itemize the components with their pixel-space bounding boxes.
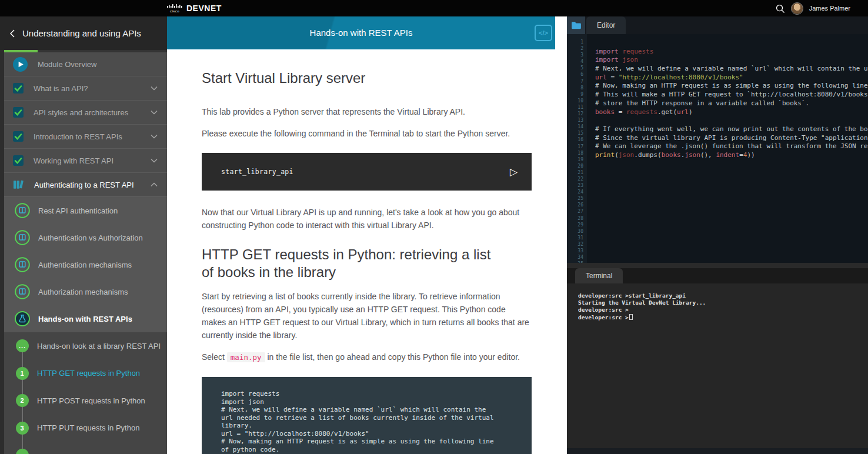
python-code-sample: import requests import json # Next, we w… bbox=[202, 377, 532, 454]
dev-panel: Editor 123456789101112131415161718192021… bbox=[567, 16, 868, 454]
command-block: start_library_api ▷ bbox=[202, 153, 532, 191]
paragraph: Start by retrieving a list of books curr… bbox=[202, 290, 532, 342]
line-number: 27 bbox=[567, 208, 583, 215]
command-text: start_library_api bbox=[221, 168, 293, 176]
sidebar-module-item[interactable]: Authenticating to a REST API bbox=[0, 172, 167, 196]
step-badge bbox=[16, 449, 29, 454]
line-number: 26 bbox=[567, 202, 583, 208]
module-list: Module OverviewWhat is an API?API styles… bbox=[0, 52, 167, 196]
cisco-logo-text: cisco bbox=[170, 9, 179, 13]
tab-terminal[interactable]: Terminal bbox=[575, 268, 623, 283]
sidebar-step-item[interactable]: 3HTTP PUT requests in Python bbox=[0, 415, 167, 442]
line-number: 12 bbox=[567, 111, 583, 117]
back-icon[interactable] bbox=[10, 29, 15, 38]
run-command-icon[interactable]: ▷ bbox=[510, 167, 518, 177]
lab-body: Start Virtual Library server This lab pr… bbox=[167, 70, 543, 454]
tab-editor[interactable]: Editor bbox=[586, 16, 626, 34]
lesson-book-icon bbox=[15, 230, 30, 245]
play-circle-icon bbox=[13, 57, 28, 72]
terminal[interactable]: developer:src >start_library_apiStarting… bbox=[567, 283, 868, 448]
sidebar-step-item[interactable]: 2HTTP POST requests in Python bbox=[0, 387, 167, 415]
line-number: 21 bbox=[567, 169, 583, 176]
sidebar-module-item[interactable]: Module Overview bbox=[0, 52, 167, 76]
line-number: 18 bbox=[567, 150, 583, 156]
sidebar-lesson-item[interactable]: Authentication mechanisms bbox=[0, 251, 167, 278]
module-label: API styles and architectures bbox=[34, 108, 128, 117]
devnet-logo[interactable]: cisco DEVNET bbox=[167, 0, 222, 16]
page-title: Start Virtual Library server bbox=[202, 70, 532, 86]
devnet-logo-text: DEVNET bbox=[186, 4, 222, 13]
line-number: 14 bbox=[567, 123, 583, 130]
lesson-label: Authentication vs Authorization bbox=[38, 233, 143, 242]
line-number: 23 bbox=[567, 182, 583, 189]
terminal-cursor bbox=[629, 314, 633, 320]
inline-code-main-py: main.py bbox=[227, 352, 265, 362]
sidebar-step-item[interactable]: ...Hands-on look at a library REST API bbox=[0, 332, 167, 360]
lesson-label: Authentication mechanisms bbox=[38, 261, 132, 269]
line-number: 3 bbox=[567, 52, 583, 58]
lesson-book-icon bbox=[15, 284, 30, 299]
line-number: 8 bbox=[567, 85, 583, 91]
step-label: HTTP POST requests in Python bbox=[37, 396, 145, 405]
sidebar-module-item[interactable]: Introduction to REST APIs bbox=[0, 124, 167, 148]
code-line: # Since the virtual library API is produ… bbox=[595, 134, 868, 143]
paragraph: Now that our Virtual Library API is up a… bbox=[202, 206, 532, 232]
course-header[interactable]: Understanding and using APIs bbox=[0, 16, 167, 50]
content-scrollbar-gutter bbox=[555, 16, 567, 454]
module-label: Introduction to REST APIs bbox=[34, 132, 122, 141]
line-number: 30 bbox=[567, 228, 583, 235]
sidebar-module-item[interactable]: Working with REST API bbox=[0, 148, 167, 172]
chevron-down-icon[interactable] bbox=[151, 159, 158, 163]
line-number: 24 bbox=[567, 189, 583, 195]
user-name[interactable]: James Palmer bbox=[809, 5, 850, 12]
sidebar-lesson-item[interactable]: Authentication vs Authorization bbox=[0, 224, 167, 251]
course-title: Understanding and using APIs bbox=[22, 28, 141, 38]
sidebar-step-item[interactable] bbox=[0, 442, 167, 454]
line-number: 22 bbox=[567, 176, 583, 182]
step-label: HTTP PUT requests in Python bbox=[37, 423, 139, 432]
code-line: # If everything went well, we can now pr… bbox=[595, 125, 868, 134]
cisco-logo-icon: cisco bbox=[167, 4, 182, 13]
code-line bbox=[595, 39, 868, 48]
line-number: 15 bbox=[567, 130, 583, 136]
chevron-down-icon[interactable] bbox=[151, 135, 158, 139]
code-line: # Next, we will define a variable named … bbox=[595, 65, 868, 74]
terminal-tab-bar: Terminal bbox=[567, 268, 868, 283]
module-label: Working with REST API bbox=[34, 156, 113, 165]
file-browser-button[interactable] bbox=[567, 16, 585, 34]
sidebar-module-item[interactable]: What is an API? bbox=[0, 76, 167, 100]
module-label: Authenticating to a REST API bbox=[34, 181, 134, 189]
line-number: 34 bbox=[567, 254, 583, 261]
terminal-line: developer:src > bbox=[578, 314, 868, 321]
folder-icon bbox=[571, 21, 582, 29]
sidebar-lesson-item[interactable]: Rest API authentication bbox=[0, 197, 167, 224]
module-label: Module Overview bbox=[38, 60, 96, 69]
line-numbers: 1234567891011121314151617181920212223242… bbox=[567, 39, 583, 263]
check-icon bbox=[13, 155, 24, 166]
flask-icon bbox=[15, 311, 30, 326]
lesson-list: Rest API authenticationAuthentication vs… bbox=[0, 196, 167, 332]
code-icon: </> bbox=[539, 29, 548, 36]
chevron-up-icon[interactable] bbox=[151, 183, 158, 187]
editor-code[interactable]: import requestsimport json# Next, we wil… bbox=[595, 39, 868, 263]
step-badge: 3 bbox=[16, 422, 29, 435]
paragraph: Please execute the following command in … bbox=[202, 127, 532, 140]
check-icon bbox=[13, 131, 24, 142]
panel-divider[interactable] bbox=[567, 263, 868, 268]
code-panel-toggle-button[interactable]: </> bbox=[535, 25, 552, 41]
sidebar-module-item[interactable]: API styles and architectures bbox=[0, 100, 167, 124]
step-label: Hands-on look at a library REST API bbox=[37, 342, 161, 350]
sidebar-step-item[interactable]: 1HTTP GET requests in Python bbox=[0, 360, 167, 388]
code-editor[interactable]: 1234567891011121314151617181920212223242… bbox=[567, 34, 868, 263]
lesson-book-icon bbox=[15, 203, 30, 218]
sidebar-lesson-item[interactable]: Hands-on with REST APIs bbox=[0, 305, 167, 332]
sidebar-lesson-item[interactable]: Authorization mechanisms bbox=[0, 278, 167, 305]
lab-content-pane: Hands-on with REST APIs </> Start Virtua… bbox=[167, 16, 555, 454]
chevron-down-icon[interactable] bbox=[151, 111, 158, 115]
search-icon[interactable] bbox=[775, 4, 785, 14]
sidebar-scroll-rail[interactable] bbox=[0, 50, 4, 454]
avatar[interactable] bbox=[791, 2, 803, 15]
code-line: # store the HTTP response in a variable … bbox=[595, 99, 868, 108]
chevron-down-icon[interactable] bbox=[151, 86, 158, 91]
code-line: print(json.dumps(books.json(), indent=4)… bbox=[595, 151, 868, 160]
